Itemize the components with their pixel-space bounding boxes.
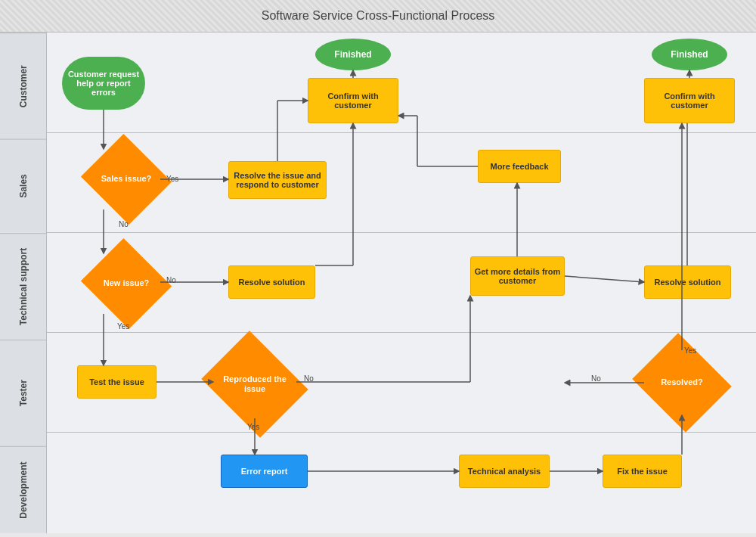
lane-divider-3	[47, 332, 756, 333]
sales-no-label: No	[119, 220, 129, 228]
lane-label-tech: Technical support	[0, 233, 46, 340]
technical-analysis: Technical analysis	[459, 455, 550, 488]
fix-issue: Fix the issue	[603, 455, 682, 488]
new-issue-diamond: New issue?	[92, 253, 160, 314]
lane-label-tester: Tester	[0, 340, 46, 446]
lane-label-dev: Development	[0, 446, 46, 533]
lane-label-customer: Customer	[0, 33, 46, 139]
resolve-solution2: Resolve solution	[644, 265, 731, 299]
sales-issue-diamond: Sales issue?	[92, 149, 160, 210]
page: Software Service Cross-Functional Proces…	[0, 0, 756, 537]
title-bar: Software Service Cross-Functional Proces…	[0, 0, 756, 33]
resolve-sales: Resolve the issue and respond to custome…	[228, 161, 327, 199]
resolved-yes-label: Yes	[684, 346, 696, 355]
new-issue-yes-label: Yes	[117, 322, 129, 331]
customer-start: Customer request help or report errors	[62, 57, 145, 110]
new-issue-no-label: No	[166, 276, 176, 284]
resolve-solution1: Resolve solution	[228, 265, 315, 299]
lane-label-sales: Sales	[0, 139, 46, 233]
confirm-customer2: Confirm with customer	[644, 78, 735, 123]
test-issue: Test the issue	[77, 365, 156, 399]
reproduced-no-label: No	[304, 374, 314, 383]
lane-divider-1	[47, 132, 756, 133]
confirm-customer1: Confirm with customer	[308, 78, 398, 123]
svg-line-22	[565, 276, 644, 282]
lane-divider-2	[47, 232, 756, 233]
error-report: Error report	[221, 455, 308, 488]
reproduced-diamond: Reproduced the issue	[213, 350, 296, 418]
diagram-content: Customer request help or report errors F…	[47, 33, 756, 533]
sales-yes-label: Yes	[166, 175, 178, 183]
get-more-details: Get more details from customer	[470, 256, 565, 296]
page-title: Software Service Cross-Functional Proces…	[262, 9, 495, 22]
lane-divider-4	[47, 432, 756, 433]
resolved-diamond: Resolved?	[644, 350, 720, 415]
reproduced-yes-label: Yes	[247, 423, 259, 431]
diagram-area: Customer Sales Technical support Tester …	[0, 33, 756, 533]
more-feedback: More feedback	[478, 150, 561, 183]
finished1-oval: Finished	[315, 39, 391, 70]
resolved-no-label: No	[591, 374, 601, 383]
finished2-oval: Finished	[652, 39, 727, 70]
lane-labels: Customer Sales Technical support Tester …	[0, 33, 47, 533]
